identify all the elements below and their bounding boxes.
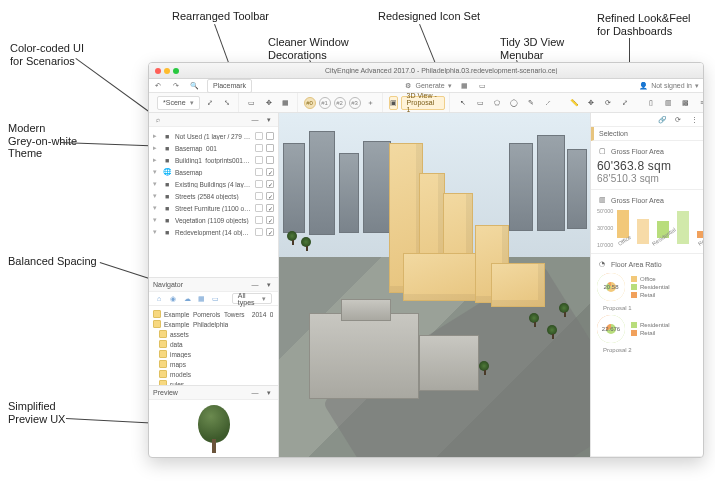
panel-min-icon[interactable]: — (250, 388, 260, 398)
navigator-tree[interactable]: Example_Pomerois_Towers__2014_0Example_P… (149, 306, 278, 385)
anno-spacing: Balanced Spacing (8, 255, 97, 268)
toolbar-group-view: ▣ 3D View - Proposal 1 (385, 93, 451, 112)
filter-icon[interactable]: ⌕ (153, 115, 163, 125)
anno-decorations: Cleaner WindowDecorations (268, 36, 349, 61)
viewport-icon[interactable]: ▣ (389, 96, 398, 110)
scenario-1[interactable]: #1 (319, 97, 331, 109)
donut-icon: ◔ (597, 259, 607, 269)
circle-icon[interactable]: ◯ (507, 96, 521, 110)
toolbar-group-3dtools: ↖ ▭ ⬠ ◯ ✎ ⟋ 📏 ✥ ⟳ ⤢ ▯ ▥ ▩ ≡ 📷 ▢ ☰ ⚙ ★ (452, 93, 704, 112)
anno-icons: Redesigned Icon Set (378, 10, 480, 23)
scene-layer-row[interactable]: ▾ ■ Street Furniture (1100 objects) (153, 202, 274, 214)
measure-icon[interactable]: 📏 (567, 96, 581, 110)
move-tool-icon[interactable]: ✥ (584, 96, 598, 110)
gfa-bars: OfficeResidentialRetail (616, 208, 704, 248)
anno-toolbar: Rearranged Toolbar (172, 10, 269, 23)
draw-icon[interactable]: ✎ (524, 96, 538, 110)
panel-menu-icon[interactable]: ▾ (264, 388, 274, 398)
anno-theme: ModernGrey-on-whiteTheme (8, 122, 77, 160)
panel-min-icon[interactable]: — (250, 115, 260, 125)
align-icon[interactable]: ≡ (695, 96, 704, 110)
user-icon: 👤 (638, 81, 648, 91)
tree-row[interactable]: models (153, 369, 274, 379)
nav-img-icon[interactable]: ▭ (212, 294, 220, 304)
path-icon[interactable]: ⟋ (541, 96, 555, 110)
scene-layer-row[interactable]: ▾ ■ Existing Buildings (4 layers / 4538 … (153, 178, 274, 190)
scenario-0[interactable]: #0 (304, 97, 316, 109)
scene-layer-row[interactable]: ▸ ■ Basemap_001 (153, 142, 274, 154)
split-icon[interactable]: ▥ (661, 96, 675, 110)
minimize-icon[interactable] (164, 68, 170, 74)
add-scenario-icon[interactable]: ＋ (364, 96, 378, 110)
refresh-icon[interactable]: ⟳ (673, 115, 683, 125)
chart-icon: ▥ (597, 195, 607, 205)
scenario-2[interactable]: #2 (334, 97, 346, 109)
rotate-tool-icon[interactable]: ⟳ (601, 96, 615, 110)
tree-row[interactable]: maps (153, 359, 274, 369)
tree-row[interactable]: data (153, 339, 274, 349)
signin-button[interactable]: 👤Not signed in (638, 81, 699, 91)
scene-layer-row[interactable]: ▾ ■ Streets (2584 objects) (153, 190, 274, 202)
card-gfa-values: ▢Gross Floor Area 60'363.8 sqm 68'510.3 … (591, 141, 703, 190)
scene-layer-row[interactable]: ▸ ■ Building1_footprints001_012 (286 obj… (153, 154, 274, 166)
scene-layer-row[interactable]: ▾ 🌐 Basemap (153, 166, 274, 178)
scene-layer-row[interactable]: ▸ ■ Not Used (1 layer / 279 objects) (153, 130, 274, 142)
card-far: ◔Floor Area Ratio 20.58 Office Residenti… (591, 254, 703, 457)
nav-home-icon[interactable]: ⌂ (155, 294, 163, 304)
tool-icon-1[interactable]: ▦ (460, 81, 470, 91)
tool-icon-2[interactable]: ▭ (478, 81, 488, 91)
rect-icon[interactable]: ▭ (473, 96, 487, 110)
toolbar-group-scenarios: #0 #1 #2 #3 ＋ (300, 93, 383, 112)
traffic-lights[interactable] (155, 68, 179, 74)
scene-layer-row[interactable]: ▾ ■ Redevelopment (14 objects) (153, 226, 274, 238)
nav-cloud-icon[interactable]: ☁ (183, 294, 191, 304)
tree-row[interactable]: assets (153, 329, 274, 339)
pointer-icon[interactable]: ▭ (245, 96, 259, 110)
scene-layer-row[interactable]: ▾ ■ Vegetation (1109 objects) (153, 214, 274, 226)
placemark-search[interactable]: Placemark (207, 79, 252, 93)
scale-tool-icon[interactable]: ⤢ (618, 96, 632, 110)
more-icon[interactable]: ⋮ (689, 115, 699, 125)
view-dropdown[interactable]: 3D View - Proposal 1 (401, 96, 446, 110)
gfa-value-2: 68'510.3 sqm (597, 173, 697, 184)
panel-menu-icon[interactable]: ▾ (264, 280, 274, 290)
undo-icon[interactable]: ↶ (153, 81, 163, 91)
expand-icon[interactable]: ⤢ (203, 96, 217, 110)
texture-icon[interactable]: ▩ (678, 96, 692, 110)
generate-button[interactable]: ⚙Generate (403, 81, 452, 91)
link-icon[interactable]: 🔗 (657, 115, 667, 125)
nav-map-icon[interactable]: ▦ (198, 294, 206, 304)
3d-viewport[interactable] (279, 113, 590, 457)
preview-header: Preview — ▾ (149, 386, 278, 400)
toolbar-group-nav: *Scene ⤢ ⤡ (153, 93, 239, 112)
scene-dropdown[interactable]: *Scene (157, 96, 200, 110)
nav-mesh-icon[interactable]: ◉ (169, 294, 177, 304)
tree-row[interactable]: Example_Philadelphia (153, 319, 274, 329)
tree-row[interactable]: images (153, 349, 274, 359)
navigator-filter-icons: ⌂ ◉ ☁ ▦ ▭ All types (149, 292, 278, 306)
move-icon[interactable]: ✥ (262, 96, 276, 110)
expand-icon[interactable]: ▢ (597, 146, 607, 156)
cursor-icon[interactable]: ↖ (456, 96, 470, 110)
collapse-icon[interactable]: ⤡ (220, 96, 234, 110)
dashboard-selection[interactable]: Selection (591, 127, 703, 141)
app-window: CityEngine Advanced 2017.0 - Philadelphi… (148, 62, 704, 458)
tree-row[interactable]: Example_Pomerois_Towers__2014_0 (153, 309, 274, 319)
extrude-icon[interactable]: ▯ (644, 96, 658, 110)
top-menubar: ↶ ↷ 🔍 Placemark ⚙Generate ▦ ▭ 👤Not signe… (149, 79, 703, 93)
panel-menu-icon[interactable]: ▾ (264, 115, 274, 125)
center-column (279, 113, 591, 457)
poly-icon[interactable]: ⬠ (490, 96, 504, 110)
search-icon[interactable]: 🔍 (189, 81, 199, 91)
navigator-type-filter[interactable]: All types (232, 293, 272, 304)
zoom-icon[interactable] (173, 68, 179, 74)
preview-viewport[interactable] (149, 400, 278, 457)
select-icon[interactable]: ▦ (279, 96, 293, 110)
scenario-3[interactable]: #3 (349, 97, 361, 109)
close-icon[interactable] (155, 68, 161, 74)
scene-panel-header: ⌕ — ▾ (149, 113, 278, 127)
anno-color-coded: Color-coded UIfor Scenarios (10, 42, 84, 67)
panel-min-icon[interactable]: — (250, 280, 260, 290)
redo-icon[interactable]: ↷ (171, 81, 181, 91)
titlebar: CityEngine Advanced 2017.0 - Philadelphi… (149, 63, 703, 79)
